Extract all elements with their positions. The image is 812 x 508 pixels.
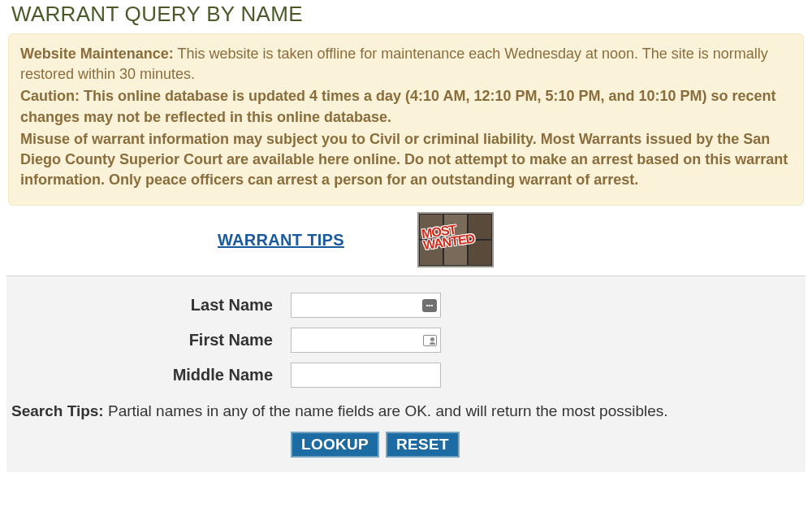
page-container: WARRANT QUERY BY NAME Website Maintenanc… [0, 0, 812, 472]
page-title: WARRANT QUERY BY NAME [11, 2, 806, 27]
search-form: Last Name First Name Middle Name Search … [6, 276, 806, 472]
input-last-name[interactable] [291, 293, 441, 318]
alert-misuse: Misuse of warrant information may subjec… [20, 129, 792, 191]
reset-button[interactable]: RESET [386, 432, 460, 458]
row-first-name: First Name [6, 328, 806, 353]
row-last-name: Last Name [6, 293, 806, 318]
alert-maintenance: Website Maintenance: This website is tak… [20, 44, 792, 85]
warrant-tips-link[interactable]: WARRANT TIPS [218, 231, 344, 250]
label-middle-name: Middle Name [6, 366, 291, 384]
contact-autofill-icon[interactable] [423, 335, 437, 346]
tips-row: WARRANT TIPS MOSTWANTED [6, 212, 806, 267]
button-row: LOOKUP RESET [6, 432, 806, 458]
alert-caution-text: This online database is updated 4 times … [20, 88, 776, 124]
search-tips-text: Partial names in any of the name fields … [104, 402, 668, 419]
alert-box: Website Maintenance: This website is tak… [8, 33, 804, 206]
label-last-name: Last Name [6, 296, 291, 315]
label-first-name: First Name [6, 331, 291, 350]
row-middle-name: Middle Name [6, 363, 806, 388]
autofill-menu-icon[interactable] [422, 299, 437, 312]
input-middle-name[interactable] [291, 363, 441, 388]
search-tips-label: Search Tips: [11, 402, 104, 419]
lookup-button[interactable]: LOOKUP [291, 432, 379, 458]
most-wanted-thumbnail[interactable]: MOSTWANTED [417, 212, 494, 267]
alert-caution: Caution: This online database is updated… [20, 86, 792, 127]
input-first-name[interactable] [291, 328, 441, 353]
search-tips: Search Tips: Partial names in any of the… [6, 397, 806, 432]
alert-maintenance-label: Website Maintenance: [20, 46, 174, 62]
alert-caution-label: Caution: [20, 88, 80, 104]
